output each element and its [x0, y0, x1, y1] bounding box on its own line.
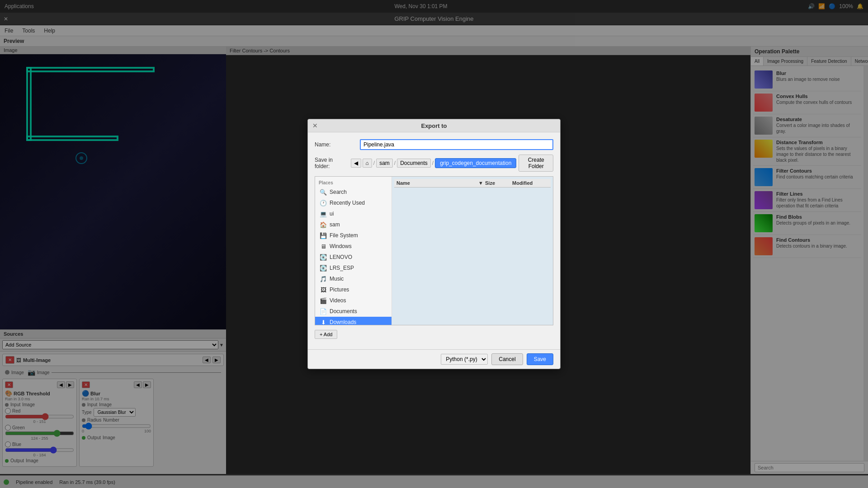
cancel-btn[interactable]: Cancel [491, 353, 523, 365]
places-lenovo-label: LENOVO [330, 254, 352, 260]
breadcrumb-active-btn[interactable]: grip_codegen_documentation [435, 158, 516, 168]
places-documents[interactable]: 📄 Documents [315, 306, 392, 317]
places-sam-label: sam [330, 221, 340, 228]
places-documents-label: Documents [330, 308, 357, 314]
modal-body: Name: Save in folder: ◀ ⌂ / sam / Docume… [308, 132, 560, 349]
breadcrumb-documents-btn[interactable]: Documents [397, 159, 431, 168]
places-search[interactable]: 🔍 Search [315, 187, 392, 197]
modal-close-btn[interactable]: ✕ [312, 122, 318, 129]
places-lrs-label: LRS_ESP [330, 265, 354, 271]
places-videos-label: Videos [330, 297, 346, 304]
places-lrs-esp[interactable]: 💽 LRS_ESP [315, 263, 392, 273]
places-downloads[interactable]: ⬇ Downloads [315, 317, 392, 325]
places-recently-used[interactable]: 🕐 Recently Used [315, 197, 392, 208]
places-filesystem[interactable]: 💾 File System [315, 230, 392, 241]
lenovo-place-icon: 💽 [320, 253, 327, 261]
files-modified-col[interactable]: Modified [512, 180, 548, 186]
places-ui-label: ui [330, 211, 334, 217]
places-music[interactable]: 🎵 Music [315, 273, 392, 284]
filesystem-place-icon: 💾 [320, 232, 327, 239]
places-recently-used-label: Recently Used [330, 200, 365, 206]
places-pictures-label: Pictures [330, 286, 349, 293]
places-lenovo[interactable]: 💽 LENOVO [315, 252, 392, 263]
recent-place-icon: 🕐 [320, 199, 327, 206]
breadcrumb-sep3: / [432, 160, 434, 166]
windows-place-icon: 🖥 [320, 243, 327, 250]
places-ui[interactable]: 💻 ui [315, 208, 392, 219]
places-panel: Places 🔍 Search 🕐 Recently Used 💻 ui [315, 177, 392, 325]
file-type-select[interactable]: Python (*.py)Java (*.java)C++ (*.cpp) [441, 354, 488, 365]
pictures-place-icon: 🖼 [320, 286, 327, 293]
save-btn[interactable]: Save [527, 353, 553, 365]
breadcrumb-nav: ◀ ⌂ / sam / Documents / grip_codegen_doc… [351, 158, 517, 168]
files-filter-icon[interactable]: ▼ [478, 180, 483, 186]
add-place-btn[interactable]: + Add [315, 330, 337, 339]
sam-place-icon: 🏠 [320, 221, 327, 228]
places-sam[interactable]: 🏠 sam [315, 219, 392, 230]
places-header: Places [315, 179, 392, 187]
lrs-place-icon: 💽 [320, 264, 327, 272]
name-row: Name: [315, 139, 553, 150]
files-content-area[interactable] [394, 188, 551, 319]
export-modal: ✕ Export to Name: Save in folder: ◀ ⌂ / … [307, 119, 561, 369]
documents-place-icon: 📄 [320, 308, 327, 315]
places-pictures[interactable]: 🖼 Pictures [315, 284, 392, 295]
file-browser: Places 🔍 Search 🕐 Recently Used 💻 ui [315, 176, 553, 325]
breadcrumb-sep2: / [394, 160, 396, 166]
save-folder-row: Save in folder: ◀ ⌂ / sam / Documents / … [315, 155, 553, 172]
places-windows[interactable]: 🖥 Windows [315, 241, 392, 252]
places-music-label: Music [330, 276, 344, 282]
breadcrumb-back-btn[interactable]: ◀ [351, 159, 361, 168]
breadcrumb-sep1: / [373, 160, 375, 166]
create-folder-btn[interactable]: Create Folder [519, 155, 553, 172]
breadcrumb-home-btn[interactable]: ⌂ [363, 159, 372, 168]
modal-titlebar: ✕ Export to [308, 119, 560, 132]
music-place-icon: 🎵 [320, 275, 327, 282]
places-downloads-label: Downloads [330, 319, 356, 325]
places-filesystem-label: File System [330, 232, 358, 239]
modal-footer: Python (*.py)Java (*.java)C++ (*.cpp) Ca… [308, 349, 560, 369]
downloads-place-icon: ⬇ [320, 319, 327, 325]
save-in-label: Save in folder: [315, 157, 349, 169]
files-size-col[interactable]: Size [485, 180, 512, 186]
places-videos[interactable]: 🎬 Videos [315, 295, 392, 306]
breadcrumb-user-btn[interactable]: sam [376, 159, 393, 168]
places-windows-label: Windows [330, 243, 352, 249]
files-name-col[interactable]: Name [396, 180, 476, 186]
search-place-icon: 🔍 [320, 188, 327, 196]
files-header: Name ▼ Size Modified [394, 179, 551, 188]
modal-overlay: ✕ Export to Name: Save in folder: ◀ ⌂ / … [0, 0, 868, 488]
ui-place-icon: 💻 [320, 210, 327, 217]
videos-place-icon: 🎬 [320, 297, 327, 304]
name-label: Name: [315, 141, 360, 148]
modal-title: Export to [421, 122, 447, 129]
footer-right: Python (*.py)Java (*.java)C++ (*.cpp) Ca… [441, 353, 553, 365]
files-panel: Name ▼ Size Modified [392, 177, 553, 325]
browser-actions: + Add [315, 330, 553, 339]
places-search-label: Search [330, 189, 347, 195]
name-input[interactable] [360, 139, 553, 150]
